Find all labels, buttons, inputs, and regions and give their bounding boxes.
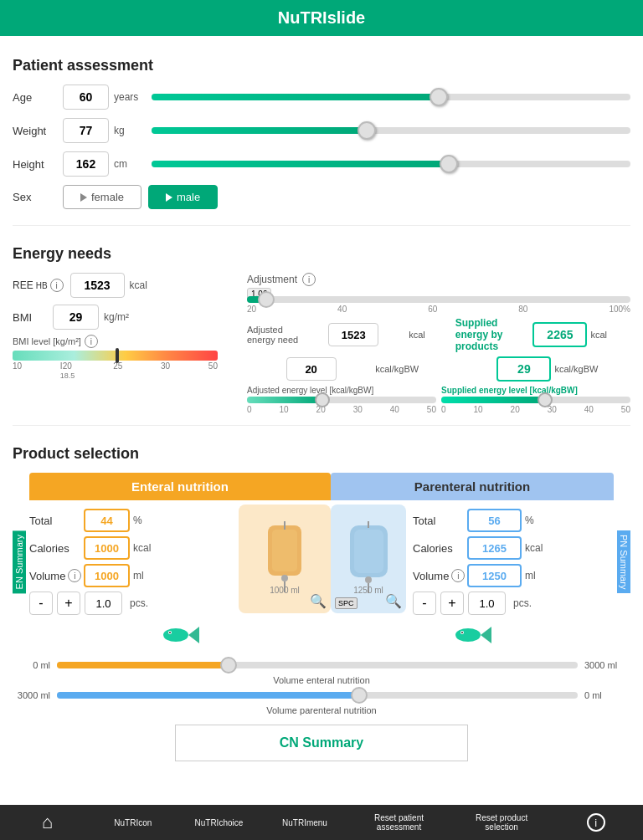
enteral-pcs-input[interactable] bbox=[85, 592, 122, 615]
pn-summary-label[interactable]: PN Summary bbox=[617, 530, 630, 593]
sex-male-button[interactable]: male bbox=[148, 185, 218, 209]
adj-energy-unit: kcal bbox=[409, 330, 449, 340]
nav-reset-product[interactable]: Reset product selection bbox=[468, 813, 535, 832]
parenteral-volume-input[interactable] bbox=[467, 564, 522, 587]
supplied-kgbw-unit: kcal/kgBW bbox=[554, 364, 598, 374]
patient-assessment-title: Patient assessment bbox=[13, 57, 630, 74]
parenteral-total-input[interactable] bbox=[467, 509, 522, 532]
adj-kgbw-input[interactable] bbox=[286, 357, 337, 381]
supplied-kgbw-input[interactable] bbox=[496, 356, 551, 382]
enteral-pcs-unit: pcs. bbox=[130, 597, 148, 609]
cn-summary-button[interactable]: CN Summary bbox=[175, 725, 468, 761]
supplied-level-fill bbox=[441, 397, 545, 403]
enteral-total-label: Total bbox=[29, 515, 84, 527]
weight-slider-thumb[interactable] bbox=[358, 121, 376, 140]
nav-info[interactable]: i bbox=[571, 813, 621, 832]
vol-enteral-thumb[interactable] bbox=[220, 657, 237, 674]
nav-nutrimenu[interactable]: NuTRImenu bbox=[280, 818, 330, 827]
vol-enteral-center-label: Volume enteral nutrition bbox=[13, 675, 630, 685]
vol-parenteral-row: 3000 ml 0 ml bbox=[13, 690, 630, 700]
ree-info-icon[interactable]: i bbox=[50, 279, 64, 292]
ree-input[interactable] bbox=[70, 273, 125, 298]
parenteral-plus-button[interactable]: + bbox=[440, 592, 464, 615]
en-summary-side: EN Summary bbox=[13, 473, 26, 651]
parenteral-pcs-input[interactable] bbox=[468, 592, 506, 615]
parenteral-calories-label: Calories bbox=[413, 542, 467, 555]
parenteral-minus-button[interactable]: - bbox=[413, 592, 436, 615]
home-icon: ⌂ bbox=[42, 812, 53, 833]
divider1 bbox=[13, 225, 630, 226]
supplied-level-thumb[interactable] bbox=[538, 392, 553, 407]
parenteral-magnify-icon[interactable]: 🔍 bbox=[385, 593, 402, 609]
enteral-stepper-row: - + pcs. bbox=[29, 592, 232, 615]
adjustment-slider-thumb[interactable] bbox=[258, 291, 275, 308]
height-slider-container bbox=[152, 161, 630, 167]
parenteral-column: Parenteral nutrition 1250 ml SPC bbox=[331, 473, 614, 651]
svg-marker-6 bbox=[188, 627, 199, 643]
supplied-energy-input[interactable] bbox=[532, 322, 587, 347]
adjustment-info-icon[interactable]: i bbox=[302, 273, 316, 286]
supplied-energy-label: Suppliedenergy byproducts bbox=[455, 317, 527, 352]
vol-parenteral-right-label: 0 ml bbox=[584, 690, 630, 700]
parenteral-total-label: Total bbox=[413, 515, 467, 527]
sex-label: Sex bbox=[13, 191, 63, 203]
enteral-total-input[interactable] bbox=[84, 509, 130, 532]
parenteral-total-unit: % bbox=[525, 515, 534, 526]
app-header: NuTRIslide bbox=[0, 0, 643, 36]
parenteral-calories-input[interactable] bbox=[467, 536, 522, 560]
enteral-minus-button[interactable]: - bbox=[29, 592, 53, 615]
bottom-nav: ⌂ NuTRIcon NuTRIchoice NuTRImenu Reset p… bbox=[0, 805, 643, 840]
cn-summary-container: CN Summary bbox=[13, 725, 630, 761]
age-slider-track bbox=[152, 94, 630, 100]
nav-home[interactable]: ⌂ bbox=[22, 812, 72, 833]
bmi-level-label-row: BMI level [kg/m²] i bbox=[13, 335, 234, 348]
parenteral-volume-label: Volume i bbox=[413, 569, 467, 582]
bmi-input[interactable] bbox=[53, 305, 99, 330]
enteral-magnify-icon[interactable]: 🔍 bbox=[310, 593, 327, 609]
adjustment-slider-wrap: 1.00 20 40 60 80 100% bbox=[247, 296, 630, 314]
nav-nutricon[interactable]: NuTRIcon bbox=[108, 818, 158, 827]
energy-left-col: REEHB i kcal BMI kg/m² BMI level [kg/m²] bbox=[13, 273, 234, 414]
sex-female-button[interactable]: female bbox=[63, 185, 141, 209]
en-summary-label[interactable]: EN Summary bbox=[13, 530, 26, 593]
adjustment-slider-track bbox=[247, 296, 630, 303]
height-input[interactable] bbox=[63, 151, 109, 177]
supplied-level-bar-container: Supplied energy level [kcal/kgBW] 010203… bbox=[441, 386, 630, 414]
nav-nutrichoice[interactable]: NuTRIchoice bbox=[193, 818, 244, 827]
nav-reset-patient[interactable]: Reset patient assessment bbox=[366, 813, 433, 832]
bmi-bar-wrapper bbox=[13, 351, 218, 361]
adjustment-ticks: 20 40 60 80 100% bbox=[247, 305, 630, 314]
age-slider-thumb[interactable] bbox=[430, 88, 448, 106]
enteral-plus-button[interactable]: + bbox=[57, 592, 80, 615]
height-row: Height cm bbox=[13, 151, 630, 177]
enteral-column: Enteral nutrition Total % Calories kcal bbox=[29, 473, 331, 651]
svg-point-12 bbox=[365, 576, 372, 583]
adj-level-thumb[interactable] bbox=[315, 392, 330, 407]
adjustment-row: Adjustment i bbox=[247, 273, 630, 286]
height-label: Height bbox=[13, 158, 63, 171]
parenteral-total-row: Total % bbox=[413, 509, 614, 532]
bmi-level-info-icon[interactable]: i bbox=[85, 335, 98, 348]
adj-energy-input[interactable] bbox=[328, 323, 378, 346]
weight-input[interactable] bbox=[63, 118, 109, 143]
vol-parenteral-slider-track bbox=[57, 692, 578, 699]
height-slider-thumb[interactable] bbox=[440, 155, 458, 173]
vol-parenteral-thumb[interactable] bbox=[351, 687, 368, 704]
parenteral-volume-info[interactable]: i bbox=[451, 569, 465, 582]
adj-level-fill bbox=[247, 397, 322, 403]
enteral-volume-input[interactable] bbox=[84, 564, 130, 587]
enteral-volume-unit: ml bbox=[133, 570, 144, 581]
enteral-volume-info[interactable]: i bbox=[68, 569, 81, 582]
pn-summary-side: PN Summary bbox=[617, 473, 630, 651]
enteral-calories-input[interactable] bbox=[84, 536, 130, 560]
height-slider-fill bbox=[152, 161, 449, 167]
enteral-product-image[interactable]: 1000 ml 🔍 bbox=[239, 505, 331, 613]
male-label: male bbox=[177, 191, 200, 203]
ree-row: REEHB i kcal bbox=[13, 273, 234, 298]
age-input[interactable] bbox=[63, 85, 109, 110]
male-play-icon bbox=[166, 193, 172, 202]
supplied-energy-unit: kcal bbox=[590, 330, 607, 340]
enteral-total-unit: % bbox=[133, 515, 142, 526]
parenteral-product-image[interactable]: 1250 ml SPC 🔍 bbox=[331, 505, 406, 613]
app-title: NuTRIslide bbox=[278, 8, 365, 27]
